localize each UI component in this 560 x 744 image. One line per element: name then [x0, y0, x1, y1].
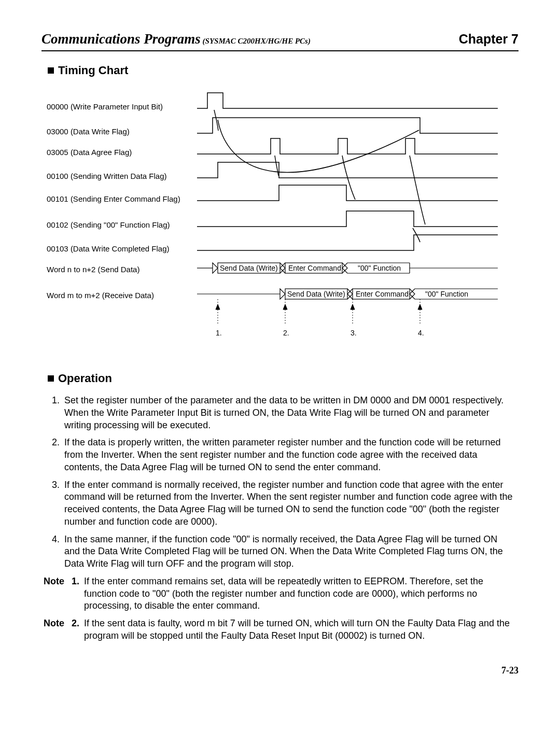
operation-item: 4. In the same manner, if the function c… [52, 534, 513, 570]
marker-4: 4. [418, 329, 424, 337]
section-timing-chart-label: Timing Chart [58, 64, 128, 77]
timing-chart-svg: Send Data (Write) Enter Command "00" Fun… [47, 87, 503, 356]
note-number: 2. [72, 617, 84, 642]
section-operation: Operation [48, 372, 519, 385]
note-label: Note [44, 575, 72, 612]
send-box-1: Enter Command [288, 264, 341, 272]
operation-item: 1. Set the register number of the parame… [52, 395, 513, 431]
operation-text: If the enter command is normally receive… [64, 479, 513, 528]
header-chapter: Chapter 7 [459, 32, 519, 47]
operation-number: 4. [52, 534, 64, 570]
header-title-main: Communications Programs [41, 31, 201, 47]
note-text: If the sent data is faulty, word m bit 7… [84, 617, 513, 642]
operation-item: 2. If the data is properly written, the … [52, 437, 513, 473]
operation-text: Set the register number of the parameter… [64, 395, 513, 431]
operation-number: 2. [52, 437, 64, 473]
marker-3: 3. [351, 329, 357, 337]
recv-box-1: Enter Command [356, 290, 409, 298]
operation-text: In the same manner, if the function code… [64, 534, 513, 570]
note-text: If the enter command remains set, data w… [84, 575, 513, 612]
operation-number: 1. [52, 395, 64, 431]
recv-box-2: "00" Function [425, 290, 468, 298]
marker-1: 1. [216, 329, 222, 337]
operation-item: 3. If the enter command is normally rece… [52, 479, 513, 528]
note-label: Note [44, 617, 72, 642]
note-item: Note 2. If the sent data is faulty, word… [44, 617, 513, 642]
note-number: 1. [72, 575, 84, 612]
marker-2: 2. [283, 329, 289, 337]
bullet-icon [48, 375, 54, 382]
section-operation-label: Operation [58, 372, 112, 385]
operation-body: 1. Set the register number of the parame… [41, 395, 519, 642]
svg-rect-3 [347, 263, 357, 273]
header-title-sub: (SYSMAC C200HX/HG/HE PCs) [201, 37, 311, 45]
timing-chart: 00000 (Write Parameter Input Bit) 03000 … [47, 87, 503, 356]
operation-number: 3. [52, 479, 64, 528]
note-item: Note 1. If the enter command remains set… [44, 575, 513, 612]
send-box-2: "00" Function [358, 264, 401, 272]
send-box-0: Send Data (Write) [220, 264, 278, 272]
operation-text: If the data is properly written, the wri… [64, 437, 513, 473]
page-number: 7-23 [41, 665, 519, 676]
page-header: Communications Programs (SYSMAC C200HX/H… [41, 31, 519, 51]
header-left: Communications Programs (SYSMAC C200HX/H… [41, 31, 311, 47]
recv-box-0: Send Data (Write) [287, 290, 345, 298]
bullet-icon [48, 67, 54, 74]
section-timing-chart: Timing Chart [48, 64, 519, 77]
